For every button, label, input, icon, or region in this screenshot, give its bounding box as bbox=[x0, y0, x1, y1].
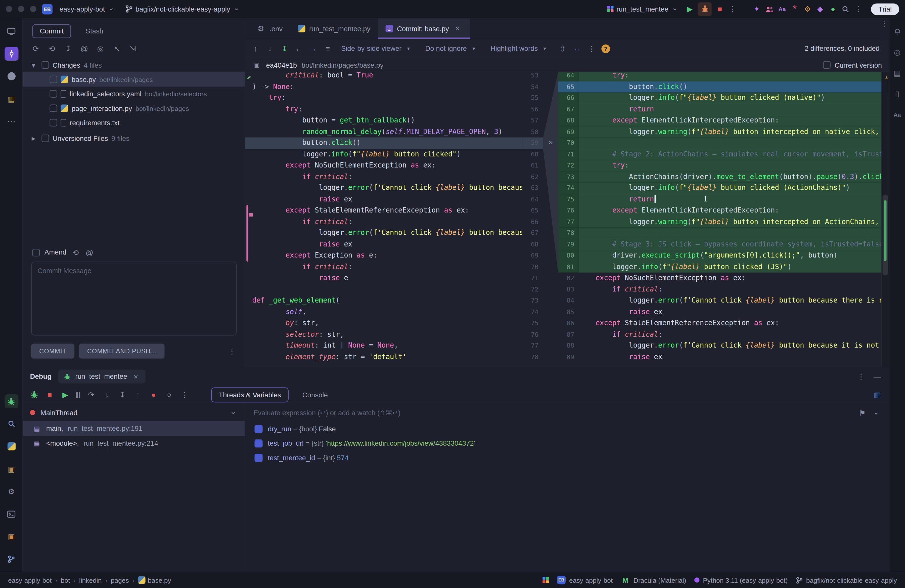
diff-scrollbar[interactable] bbox=[881, 72, 889, 367]
diff-more-icon[interactable] bbox=[587, 44, 596, 53]
diff-left-code[interactable]: logger.info(f"{label} button clicked") bbox=[245, 149, 522, 160]
diff-left-code[interactable]: critical: bool = True bbox=[245, 72, 522, 81]
evaluate-icon[interactable] bbox=[164, 390, 174, 399]
refresh-icon[interactable] bbox=[31, 44, 40, 53]
terminal-tool-icon[interactable] bbox=[4, 507, 18, 521]
changes-group-row[interactable]: Changes 4 files bbox=[23, 58, 245, 72]
toolbox-icon[interactable] bbox=[543, 577, 549, 583]
diff-left-code[interactable]: element_type: str = 'default' bbox=[245, 351, 522, 363]
run-config-selector[interactable]: run_test_mentee bbox=[604, 3, 682, 15]
window-close-button[interactable] bbox=[6, 6, 12, 12]
diff-left-code[interactable]: button = get_btn_callback() bbox=[245, 115, 522, 126]
modified-block-marker[interactable] bbox=[249, 213, 253, 216]
stack-frame-row[interactable]: <module>,run_test_mentee.py:214 bbox=[23, 436, 245, 451]
diff-file-path[interactable]: bot/linkedin/pages/base.py bbox=[302, 61, 383, 69]
status-project[interactable]: EB easy-apply-bot bbox=[557, 576, 613, 584]
diff-right-code[interactable]: logger.error(f'Cannot click {label} butt… bbox=[579, 295, 889, 306]
amend-checkbox[interactable] bbox=[32, 248, 40, 256]
window-minimize-button[interactable] bbox=[18, 6, 24, 12]
stop-icon[interactable] bbox=[45, 390, 54, 399]
editor-tab[interactable]: ±Commit: base.py bbox=[378, 18, 470, 38]
diff-right-code[interactable]: return bbox=[579, 103, 889, 115]
status-interpreter[interactable]: Python 3.11 (easy-apply-bot) bbox=[694, 577, 788, 583]
status-theme[interactable]: Dracula (Material) bbox=[621, 575, 686, 585]
close-session-icon[interactable] bbox=[131, 372, 141, 381]
changed-file-row[interactable]: base.pybot/linkedin/pages bbox=[23, 72, 245, 86]
diff-left-code[interactable]: except NoSuchElementException as ex: bbox=[245, 160, 522, 171]
next-difference-icon[interactable] bbox=[265, 44, 275, 53]
project-selector[interactable]: easy-apply-bot bbox=[56, 3, 118, 15]
highlight-mode-select[interactable]: Highlight words bbox=[487, 42, 553, 55]
checkbox[interactable] bbox=[49, 105, 57, 112]
checkbox[interactable] bbox=[41, 61, 49, 69]
diff-left-code[interactable] bbox=[245, 284, 522, 295]
variable-row[interactable]: dry_run = {bool} False bbox=[245, 421, 889, 436]
breadcrumb-item[interactable]: base.py bbox=[148, 577, 171, 583]
board-tool-icon[interactable] bbox=[4, 92, 18, 106]
diff-right-code[interactable]: if critical: bbox=[579, 329, 889, 340]
ai-assistant-tool-icon[interactable] bbox=[893, 110, 902, 119]
unversioned-group-row[interactable]: Unversioned Files 9 files bbox=[23, 131, 245, 145]
database-tool-icon[interactable] bbox=[893, 68, 902, 78]
stop-button[interactable] bbox=[715, 4, 724, 14]
tab-stash[interactable]: Stash bbox=[78, 24, 111, 38]
diff-right-code[interactable]: raise ex bbox=[579, 306, 889, 318]
diff-right-code[interactable]: except NoSuchElementException as ex: bbox=[579, 273, 889, 284]
ai-assistant-icon[interactable] bbox=[752, 4, 762, 14]
changed-file-row[interactable]: page_interaction.pybot/linkedin/pages bbox=[23, 101, 245, 116]
diff-right-code[interactable]: logger.info(f"{label} button clicked (Ac… bbox=[579, 183, 889, 194]
breadcrumb-item[interactable]: pages bbox=[111, 577, 129, 583]
diff-left-code[interactable]: raise e bbox=[245, 273, 522, 284]
checkbox[interactable] bbox=[49, 76, 57, 83]
step-over-icon[interactable] bbox=[86, 390, 96, 399]
tab-console[interactable]: Console bbox=[295, 387, 335, 402]
commit-tool-icon[interactable] bbox=[4, 47, 18, 60]
diff-right-code[interactable]: raise ex bbox=[579, 351, 889, 363]
editor-tabs-more-icon[interactable] bbox=[880, 18, 889, 28]
commit-author-icon[interactable] bbox=[85, 248, 94, 257]
diff-left-code[interactable]: button.click() bbox=[245, 137, 522, 149]
diff-right-code[interactable]: # Stage 2: ActionChains — simulates real… bbox=[579, 149, 889, 160]
diff-right-code[interactable]: logger.error(f'Cannot click {label} butt… bbox=[579, 340, 889, 351]
diff-right-code[interactable]: except StaleElementReferenceException as… bbox=[579, 318, 889, 329]
chevron-expanded-icon[interactable] bbox=[29, 60, 38, 70]
diff-right-code[interactable] bbox=[579, 137, 889, 149]
plugin-icon[interactable] bbox=[816, 4, 825, 14]
diff-right-code[interactable]: return bbox=[579, 194, 889, 205]
mention-icon[interactable] bbox=[80, 44, 89, 53]
diff-right-code[interactable]: if critical: bbox=[579, 284, 889, 295]
diff-right-code[interactable]: except ElementClickInterceptedException: bbox=[579, 205, 889, 216]
viewer-mode-select[interactable]: Side-by-side viewer bbox=[338, 42, 416, 55]
diff-right-code[interactable]: driver.execute_script("arguments[0].clic… bbox=[579, 250, 889, 261]
diff-left-code[interactable]: timeout: int | None = None, bbox=[245, 340, 522, 351]
stack-frame-row[interactable]: main,run_test_mentee.py:191 bbox=[23, 421, 245, 436]
diff-left-code[interactable]: except Exception as e: bbox=[245, 250, 522, 261]
close-tab-icon[interactable] bbox=[453, 24, 462, 33]
changed-file-row[interactable]: linkedin_selectors.yamlbot/linkedin/sele… bbox=[23, 86, 245, 101]
bookmark-icon[interactable] bbox=[858, 408, 867, 418]
github-icon[interactable] bbox=[4, 70, 18, 83]
status-branch[interactable]: bagfix/not-clickable-easy-apply bbox=[795, 577, 897, 583]
view-breakpoints-icon[interactable] bbox=[149, 390, 158, 399]
step-into-icon[interactable] bbox=[102, 390, 111, 399]
diff-right-code[interactable]: logger.warning(f"{label} button intercep… bbox=[579, 216, 889, 227]
run-button[interactable] bbox=[685, 4, 694, 14]
diff-left-code[interactable]: if critical: bbox=[245, 171, 522, 183]
diff-left-code[interactable]: logger.error(f'Cannot click {label} butt… bbox=[245, 227, 522, 239]
trial-badge[interactable]: Trial bbox=[871, 3, 899, 15]
packages-tool-icon[interactable] bbox=[4, 462, 18, 476]
chevron-down-icon[interactable] bbox=[872, 408, 881, 418]
diff-right-code[interactable]: except ElementClickInterceptedException: bbox=[579, 115, 889, 126]
rollback-icon[interactable] bbox=[47, 44, 57, 53]
checkbox[interactable] bbox=[49, 119, 57, 127]
variable-row[interactable]: test_mentee_id = {int} 574 bbox=[245, 450, 889, 465]
diff-left-code[interactable]: def _get_web_element( bbox=[245, 295, 522, 306]
sync-scroll-icon[interactable] bbox=[572, 44, 582, 53]
checkbox[interactable] bbox=[41, 135, 49, 142]
apply-changes-icon[interactable] bbox=[280, 44, 289, 53]
breadcrumb-item[interactable]: linkedin bbox=[79, 577, 102, 583]
debug-more-icon[interactable] bbox=[180, 390, 189, 399]
editor-tab[interactable]: .env bbox=[249, 18, 291, 38]
commit-button[interactable]: COMMIT bbox=[31, 343, 75, 359]
help-icon[interactable]: ? bbox=[601, 44, 610, 53]
